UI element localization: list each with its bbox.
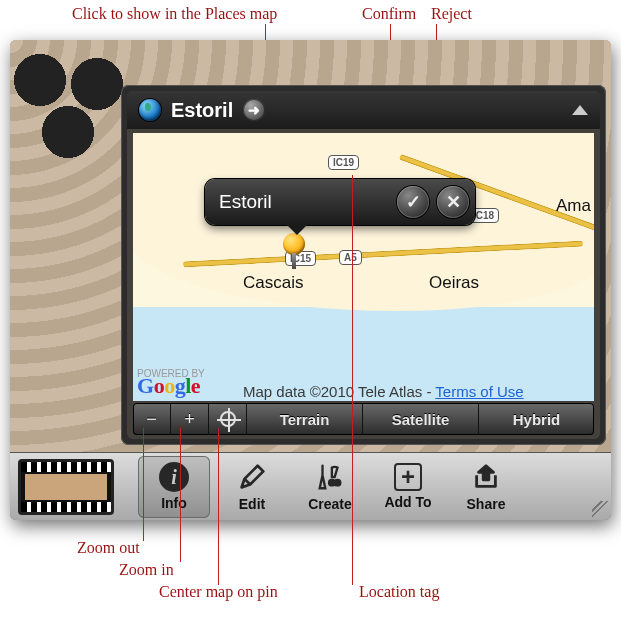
- filmstrip-thumbnail[interactable]: [18, 459, 114, 515]
- toolbar-label: Edit: [239, 496, 265, 512]
- annotation-zoom-in: Zoom in: [119, 561, 174, 579]
- map-view[interactable]: IC19 IC18 IC15 A5 Cascais Oeiras Ama Est…: [133, 133, 594, 401]
- edit-tab-button[interactable]: Edit: [216, 456, 288, 518]
- app-window: Estoril ➜ IC19 IC18 IC15 A5 Cascais Oeir…: [10, 40, 611, 520]
- annotation-zoom-out: Zoom out: [77, 539, 140, 557]
- resize-grip-icon[interactable]: [592, 501, 608, 517]
- create-tab-button[interactable]: Create: [294, 456, 366, 518]
- toolbar-label: Share: [467, 496, 506, 512]
- crosshair-icon: [220, 411, 236, 427]
- terrain-tab[interactable]: Terrain: [247, 403, 363, 435]
- panel-title: Estoril: [171, 99, 233, 122]
- show-in-places-button[interactable]: ➜: [243, 99, 265, 121]
- svg-point-1: [335, 480, 341, 486]
- hybrid-tab[interactable]: Hybrid: [479, 403, 594, 435]
- info-panel: Estoril ➜ IC19 IC18 IC15 A5 Cascais Oeir…: [121, 85, 606, 445]
- annotation-reject: Reject: [431, 5, 472, 23]
- road-shield: IC19: [328, 155, 359, 170]
- toolbar-label: Add To: [384, 494, 431, 510]
- terms-of-use-link[interactable]: Terms of Use: [435, 383, 523, 400]
- toolbar-label: Info: [161, 495, 187, 511]
- pencil-icon: [236, 461, 268, 493]
- map-city-label: Oeiras: [429, 273, 479, 293]
- collapse-triangle-icon[interactable]: [572, 105, 588, 115]
- satellite-tab[interactable]: Satellite: [363, 403, 479, 435]
- zoom-in-button[interactable]: +: [171, 403, 209, 435]
- globe-icon: [139, 99, 161, 121]
- map-pin[interactable]: [283, 233, 305, 255]
- annotation-location-tag: Location tag: [359, 583, 439, 601]
- map-controls-bar: − + Terrain Satellite Hybrid: [133, 403, 594, 435]
- annotation-confirm: Confirm: [362, 5, 416, 23]
- create-icon: [314, 461, 346, 493]
- confirm-location-button[interactable]: [397, 186, 429, 218]
- info-tab-button[interactable]: i Info: [138, 456, 210, 518]
- annotation-center-pin: Center map on pin: [159, 583, 278, 601]
- map-city-label: Ama: [556, 196, 591, 216]
- info-icon: i: [159, 462, 189, 492]
- bottom-toolbar: i Info Edit Create + Add To: [10, 452, 611, 520]
- google-logo: Google: [137, 373, 200, 399]
- map-city-label: Cascais: [243, 273, 303, 293]
- toolbar-label: Create: [308, 496, 352, 512]
- location-tag-text[interactable]: Estoril: [219, 191, 389, 213]
- map-attribution: Map data ©2010 Tele Atlas - Terms of Use: [243, 383, 524, 400]
- zoom-out-button[interactable]: −: [133, 403, 171, 435]
- center-on-pin-button[interactable]: [209, 403, 247, 435]
- share-tab-button[interactable]: Share: [450, 456, 522, 518]
- plus-icon: +: [394, 463, 422, 491]
- share-icon: [470, 461, 502, 493]
- add-to-tab-button[interactable]: + Add To: [372, 456, 444, 518]
- panel-title-bar: Estoril ➜: [127, 91, 600, 129]
- reject-location-button[interactable]: [437, 186, 469, 218]
- road-shield: A5: [339, 250, 362, 265]
- location-tag-popover: Estoril: [205, 179, 475, 225]
- annotation-show-in-places: Click to show in the Places map: [72, 5, 277, 23]
